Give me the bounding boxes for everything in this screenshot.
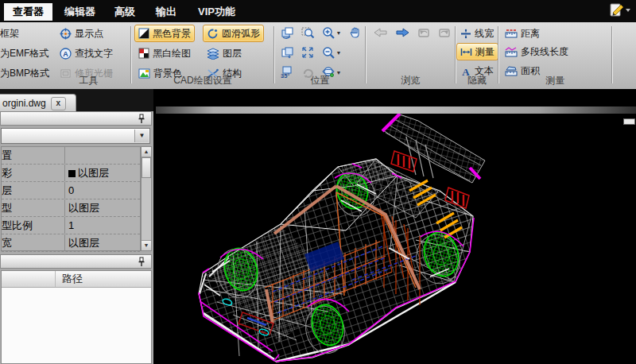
property-grid: 位置 色彩 以图层 图层 0 线型 以图层 线型比例 1 线宽 以图层 [1, 146, 141, 251]
menu-viewer[interactable]: 查看器 [4, 3, 52, 21]
group-label-hide: 隐藏 [456, 74, 498, 87]
zoom-out-button[interactable]: ▼ [319, 45, 344, 60]
property-grid-scrollbar[interactable]: ▲ ▼ [141, 146, 152, 251]
scroll-up-icon[interactable]: ▲ [142, 147, 151, 157]
pan-button[interactable] [346, 25, 365, 41]
find-text-icon: A [60, 48, 72, 60]
ribbon-separator [611, 26, 613, 83]
paths-panel-header[interactable] [0, 254, 152, 269]
property-label: 色彩 [2, 165, 12, 181]
ribbon-group-cad-settings: 黑色背景 圆滑弧形 黑白绘图 图层 背景色 [132, 22, 273, 89]
zoom-in-button[interactable]: ▼ [319, 25, 344, 41]
svg-text:A: A [63, 50, 68, 58]
zoom-extents-button[interactable] [298, 45, 317, 60]
property-row[interactable]: 图层 0 [2, 182, 140, 199]
layers-label: 图层 [223, 47, 242, 60]
linewidth-button[interactable]: 线宽 [456, 25, 498, 42]
forward-button[interactable] [393, 25, 412, 41]
undo-view-button [414, 25, 433, 41]
ribbon-group-position: ▼ ▼ 35° ▼ 位置 [275, 22, 365, 89]
smooth-arc-label: 圆滑弧形 [222, 27, 260, 41]
export-emf-button[interactable]: 为EMF格式 [0, 47, 48, 60]
property-row[interactable]: 线宽 以图层 [2, 234, 140, 252]
bw-drawing-icon [138, 48, 149, 59]
black-background-button[interactable]: 黑色背景 [134, 25, 195, 42]
distance-button[interactable]: 距离 [501, 25, 544, 42]
property-row[interactable]: 线型 以图层 [2, 199, 140, 217]
measure-icon [460, 47, 472, 57]
undo-view-icon [417, 27, 430, 38]
paths-column-blank [2, 271, 56, 287]
drawing-canvas[interactable] [153, 89, 636, 364]
black-background-icon [138, 28, 149, 39]
ribbon-toolbar: 框架 为EMF格式 为BMP格式 显示点 A 查找文字 修剪光栅 工具 [0, 22, 636, 91]
show-point-icon [60, 28, 72, 40]
dropdown-arrow-icon: ▼ [336, 50, 342, 56]
copy-view-icon [281, 46, 294, 59]
copy-view-button[interactable] [277, 45, 297, 60]
zoom-window-icon [301, 26, 315, 39]
redo-view-button [435, 25, 454, 41]
group-label-cad-settings: CAD绘图设置 [132, 74, 273, 87]
measure-toggle-button[interactable]: 测量 [456, 43, 498, 60]
paths-table-header[interactable]: 路径 [2, 271, 151, 288]
redo-view-icon [438, 27, 451, 38]
pushpin-icon[interactable] [138, 114, 145, 124]
chevron-down-icon[interactable]: ▼ [134, 130, 149, 142]
polyline-length-label: 多段线长度 [521, 45, 568, 59]
linewidth-label: 线宽 [475, 27, 494, 41]
menu-vip[interactable]: VIP功能 [189, 3, 244, 21]
property-row[interactable]: 色彩 以图层 [2, 165, 140, 182]
rotate-view-button[interactable] [277, 25, 297, 41]
property-label: 线宽 [2, 234, 12, 251]
properties-panel-header[interactable] [0, 111, 152, 126]
find-text-button[interactable]: A 查找文字 [56, 45, 117, 62]
ribbon-group-hide: 线宽 测量 A 文本 隐藏 [456, 22, 498, 89]
back-button [371, 25, 390, 41]
selection-dropdown[interactable]: ▼ [1, 128, 150, 144]
document-tab[interactable]: orgini.dwg x [0, 94, 76, 112]
linewidth-icon [460, 29, 471, 39]
wireframe-car-drawing [153, 89, 636, 364]
property-value: 以图层 [65, 199, 140, 216]
polyline-length-button[interactable]: 多段线长度 [501, 43, 572, 60]
document-tab-strip: orgini.dwg x [0, 89, 156, 111]
paths-column-path: 路径 [56, 271, 151, 287]
smooth-arc-button[interactable]: 圆滑弧形 [203, 25, 264, 42]
frame-button[interactable]: 框架 [0, 27, 19, 40]
measure-label: 测量 [475, 45, 494, 59]
menu-output[interactable]: 输出 [147, 3, 185, 21]
canvas-top-border [156, 106, 636, 114]
tab-close-icon[interactable]: x [51, 97, 66, 110]
canvas-scroll-corner [623, 118, 635, 125]
back-arrow-icon [374, 27, 388, 38]
pan-hand-icon [349, 26, 362, 39]
group-label-browse: 浏览 [366, 74, 455, 87]
property-row[interactable]: 线型比例 1 [2, 217, 140, 234]
scroll-down-icon[interactable]: ▼ [142, 240, 151, 250]
scrollbar-thumb[interactable] [142, 157, 151, 178]
property-value: 以图层 [65, 165, 140, 181]
forward-arrow-icon [395, 27, 409, 38]
find-text-label: 查找文字 [75, 47, 113, 60]
group-label-measure: 测量 [499, 74, 611, 87]
ribbon-group-tools: 框架 为EMF格式 为BMP格式 显示点 A 查找文字 修剪光栅 工具 [0, 22, 130, 89]
pushpin-icon[interactable] [138, 257, 145, 267]
menu-advanced[interactable]: 高级 [106, 3, 144, 21]
show-point-button[interactable]: 显示点 [56, 25, 107, 42]
layers-icon [207, 48, 219, 60]
layers-button[interactable]: 图层 [203, 45, 246, 62]
bw-drawing-button[interactable]: 黑白绘图 [134, 45, 195, 62]
document-tab-label: orgini.dwg [2, 98, 46, 109]
zoom-out-icon [322, 46, 335, 59]
polyline-length-icon [505, 47, 518, 57]
zoom-window-button[interactable] [298, 25, 317, 41]
group-label-position: 位置 [275, 74, 365, 87]
properties-side-panel: ▼ 位置 色彩 以图层 图层 0 线型 以图层 线型比例 1 线宽 以图层 ▲ [0, 111, 153, 364]
ribbon-group-measure: 距离 多段线长度 面积 测量 [499, 22, 611, 89]
ribbon-group-browse: 浏览 [366, 22, 455, 89]
distance-icon [505, 29, 518, 39]
property-row[interactable]: 位置 [2, 147, 140, 165]
edit-document-icon[interactable] [604, 2, 633, 19]
menu-editor[interactable]: 编辑器 [56, 3, 104, 21]
